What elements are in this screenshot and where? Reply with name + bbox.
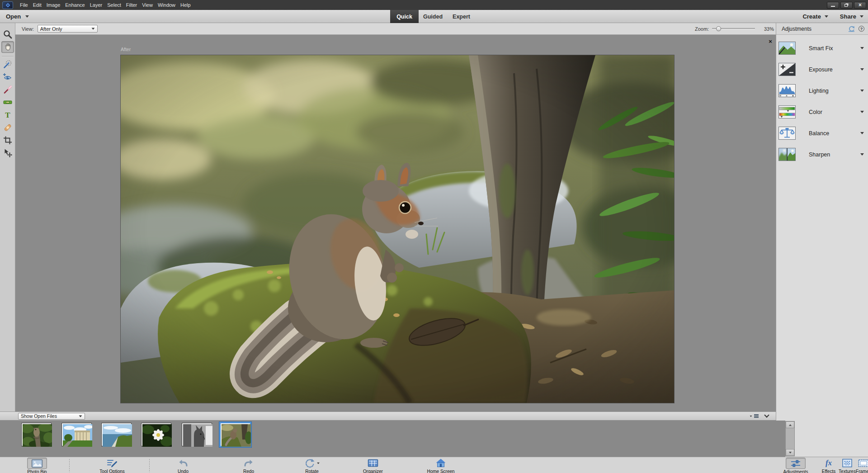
expand-arrow-icon[interactable] xyxy=(860,111,864,113)
toolbox: T xyxy=(0,23,15,412)
menu-filter[interactable]: Filter xyxy=(126,2,137,8)
adjustment-color[interactable]: Color xyxy=(776,103,868,121)
close-image-button[interactable]: × xyxy=(767,38,774,45)
tool-options-button[interactable]: Tool Options xyxy=(92,458,132,473)
adjustments-panel: Adjustments ? Smart Fix Exposure Li xyxy=(776,23,868,457)
open-button[interactable]: Open xyxy=(6,13,29,20)
photo-bin-scrollbar[interactable] xyxy=(785,421,795,456)
organizer-button[interactable]: Organizer xyxy=(353,458,393,473)
collapse-bin-icon[interactable] xyxy=(764,412,769,417)
close-button[interactable]: × xyxy=(854,2,866,9)
menu-layer[interactable]: Layer xyxy=(90,2,103,8)
help-icon[interactable]: ? xyxy=(859,26,864,32)
open-label: Open xyxy=(6,13,21,20)
menu-window[interactable]: Window xyxy=(158,2,175,8)
photo-bin-icon xyxy=(31,458,43,469)
create-label: Create xyxy=(802,13,821,20)
adjustment-label: Lighting xyxy=(809,88,829,94)
rotate-button[interactable]: Rotate xyxy=(292,458,332,473)
adjustment-label: Balance xyxy=(809,130,829,137)
menu-image[interactable]: Image xyxy=(47,2,61,8)
expand-arrow-icon[interactable] xyxy=(860,68,864,71)
red-eye-removal-tool-icon[interactable] xyxy=(1,71,14,83)
expand-arrow-icon[interactable] xyxy=(860,47,864,49)
home-screen-button[interactable]: Home Screen xyxy=(420,458,461,473)
effects-icon: fx xyxy=(826,458,832,468)
tab-quick[interactable]: Quick xyxy=(390,10,419,23)
taskbar-label: Adjustments xyxy=(783,469,808,473)
move-tool-icon[interactable] xyxy=(1,147,14,159)
scroll-down-icon[interactable] xyxy=(786,449,794,456)
adjustment-smart-fix[interactable]: Smart Fix xyxy=(776,39,868,57)
zoom-value: 33% xyxy=(759,26,774,32)
expand-arrow-icon[interactable] xyxy=(860,132,864,134)
undo-button[interactable]: Undo xyxy=(163,458,203,473)
zoom-tool-icon[interactable] xyxy=(1,28,14,40)
redo-button[interactable]: Redo xyxy=(228,458,269,473)
scroll-up-icon[interactable] xyxy=(786,421,794,428)
tab-expert[interactable]: Expert xyxy=(447,10,476,23)
menu-view[interactable]: View xyxy=(142,2,153,8)
thumbnail-dog-photo[interactable] xyxy=(182,423,212,446)
adjustment-lighting[interactable]: Lighting xyxy=(776,82,868,100)
thumbnail-owl-photo[interactable] xyxy=(22,423,51,446)
create-button[interactable]: Create xyxy=(802,13,828,20)
view-label: View: xyxy=(22,26,34,32)
adjustment-exposure[interactable]: Exposure xyxy=(776,61,868,79)
thumbnail-squirrel-photo[interactable] xyxy=(221,423,250,446)
thumbnail-daisy-photo[interactable] xyxy=(142,423,171,446)
spot-healing-brush-tool-icon[interactable] xyxy=(1,122,14,133)
toolbox-divider xyxy=(2,56,14,57)
menu-enhance[interactable]: Enhance xyxy=(65,2,85,8)
adjustment-label: Sharpen xyxy=(809,151,830,158)
type-tool-icon[interactable]: T xyxy=(1,109,14,121)
menu-select[interactable]: Select xyxy=(107,2,121,8)
menu-help[interactable]: Help xyxy=(180,2,191,8)
chevron-down-icon xyxy=(860,15,863,18)
restore-button[interactable] xyxy=(840,2,853,9)
photo-bin-filter-dropdown[interactable]: Show Open Files xyxy=(18,413,85,420)
adjustment-sharpen[interactable]: Sharpen xyxy=(776,146,868,164)
expand-arrow-icon[interactable] xyxy=(860,153,864,156)
adjustment-balance[interactable]: Balance xyxy=(776,124,868,142)
thumbnail-coastline-photo[interactable] xyxy=(102,423,131,446)
frames-button[interactable]: Frames xyxy=(852,458,868,473)
menu-file[interactable]: File xyxy=(20,2,28,8)
redo-icon xyxy=(243,458,255,468)
open-photo-squirrel[interactable] xyxy=(121,55,674,403)
zoom-slider[interactable] xyxy=(712,26,755,31)
sharpen-icon xyxy=(778,148,796,161)
quick-selection-tool-icon[interactable] xyxy=(1,58,14,70)
svg-text:T: T xyxy=(5,111,10,119)
lighting-icon xyxy=(778,84,796,97)
view-mode-dropdown[interactable]: After Only xyxy=(38,25,98,33)
adjustments-panel-header: Adjustments ? xyxy=(776,23,868,35)
share-button[interactable]: Share xyxy=(840,13,863,20)
straighten-tool-icon[interactable] xyxy=(1,96,14,108)
balance-icon xyxy=(778,127,796,140)
taskbar-label: Frames xyxy=(856,469,868,473)
reset-panel-icon[interactable] xyxy=(848,25,855,32)
whiten-teeth-tool-icon[interactable] xyxy=(1,84,14,95)
action-bar: Open Quick Guided Expert Create Share xyxy=(0,10,868,23)
zoom-label: Zoom: xyxy=(695,26,709,32)
crop-tool-icon[interactable] xyxy=(1,134,14,146)
hand-tool-icon[interactable] xyxy=(1,41,14,53)
adjustments-button[interactable]: Adjustments xyxy=(776,458,815,473)
photo-bin-button[interactable]: Photo Bin xyxy=(17,458,57,473)
tool-options-bar: View: After Only Zoom: 33% xyxy=(15,23,776,35)
tab-guided[interactable]: Guided xyxy=(419,10,447,23)
thumbnail-mansion-photo[interactable] xyxy=(62,423,91,446)
menu-edit[interactable]: Edit xyxy=(33,2,42,8)
zoom-slider-knob[interactable] xyxy=(716,26,721,31)
expand-arrow-icon[interactable] xyxy=(860,90,864,92)
chevron-down-icon[interactable] xyxy=(317,462,320,464)
photoshop-elements-window: File Edit Image Enhance Layer Select Fil… xyxy=(0,0,868,473)
minimize-button[interactable] xyxy=(827,2,839,9)
view-mode-value: After Only xyxy=(40,26,62,32)
chevron-down-icon xyxy=(79,415,82,417)
close-icon: × xyxy=(859,2,862,8)
panel-menu-icon[interactable] xyxy=(749,414,759,418)
taskbar-label: Home Screen xyxy=(427,469,454,473)
taskbar-label: Organizer xyxy=(363,469,383,473)
